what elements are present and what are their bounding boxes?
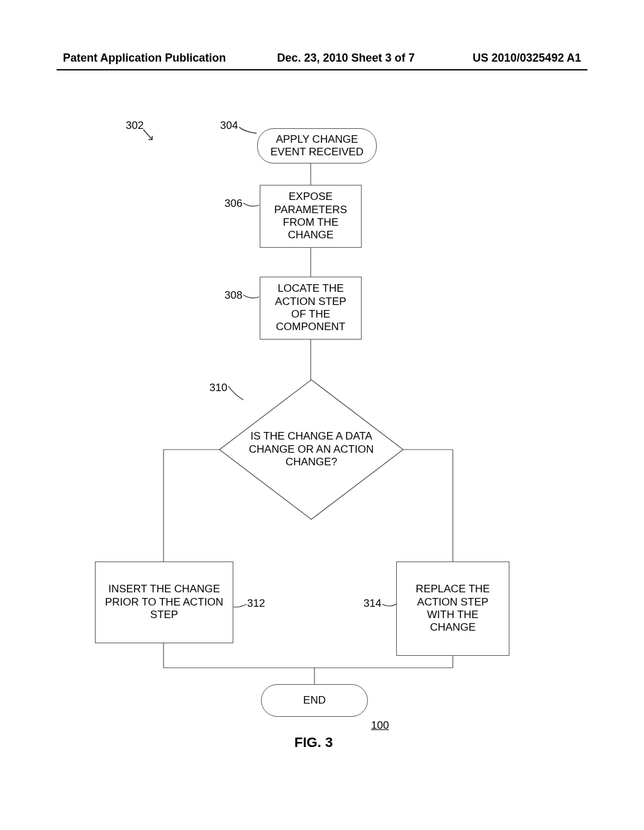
- connectors: [0, 0, 644, 830]
- figure-number: 100: [371, 719, 389, 732]
- figure-caption: FIG. 3: [294, 734, 333, 751]
